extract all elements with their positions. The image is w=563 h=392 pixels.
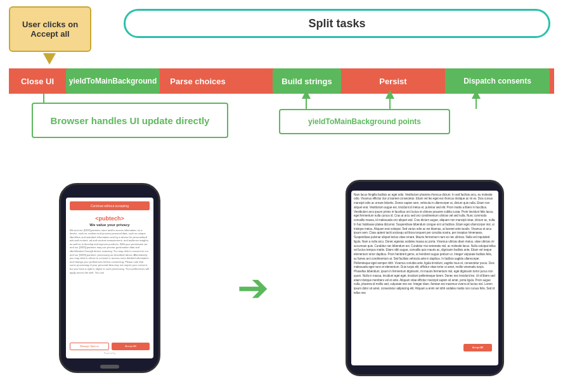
user-clicks-arrow [43, 53, 56, 65]
browser-handles-box: Browser handles UI update directly [32, 103, 228, 138]
phone2-container: Nam lacus fringilla facilisis ac eget od… [342, 180, 507, 383]
phone1-screen: Continue without accepting <pubtech> We … [66, 198, 153, 358]
accept-all-button[interactable]: Accept All [112, 343, 150, 350]
segment-close-ui: Close UI [9, 68, 66, 94]
split-tasks-label: Split tasks [308, 17, 365, 30]
transition-arrow: ➔ [237, 265, 269, 310]
phone1-notch [97, 185, 122, 191]
article-text: Nam lacus fringilla facilisis ac eget od… [351, 191, 498, 298]
yield-points-label: yieldToMainBackground points [308, 117, 421, 126]
phone1-container: Continue without accepting <pubtech> We … [56, 183, 164, 379]
diagram-area: Split tasks User clicks on Accept all Cl… [0, 0, 563, 171]
phones-area: Continue without accepting <pubtech> We … [0, 170, 563, 392]
yield-arrow-up-dispatch [472, 90, 481, 99]
consent-buttons: Manage Options Accept All [70, 343, 150, 350]
consent-privacy-title: We value your privacy [70, 223, 150, 227]
segment-dispatch: Dispatch consents [445, 68, 550, 94]
consent-screen: Continue without accepting <pubtech> We … [66, 198, 153, 358]
yield-arrow-up-build [302, 90, 311, 99]
consent-logo: <pubtech> [70, 215, 150, 222]
user-clicks-label: User clicks on Accept all [10, 20, 90, 39]
yield-points-box: yieldToMainBackground points [279, 109, 450, 134]
phone1-body: Continue without accepting <pubtech> We … [59, 183, 160, 373]
powered-by-label: Powered by [70, 352, 150, 355]
user-clicks-box: User clicks on Accept all [9, 6, 91, 52]
phone2-screen: Nam lacus fringilla facilisis ac eget od… [351, 191, 498, 365]
consent-body-text: We and our [1000] partners store and/or … [70, 229, 150, 340]
segment-yield1: yieldToMainBackground [66, 68, 160, 94]
yield-arrow-up-persist [385, 90, 394, 99]
segment-parse: Parse choices [160, 68, 236, 94]
browser-handles-label: Browser handles UI update directly [51, 115, 210, 126]
split-tasks-pill: Split tasks [124, 9, 550, 38]
phone2-body: Nam lacus fringilla facilisis ac eget od… [346, 180, 504, 376]
consent-header-bar: Continue without accepting [70, 201, 150, 210]
accept-all-overlay-button[interactable]: Accept All [463, 344, 492, 351]
phone1-home-button [100, 365, 119, 369]
manage-options-button[interactable]: Manage Options [70, 343, 109, 350]
